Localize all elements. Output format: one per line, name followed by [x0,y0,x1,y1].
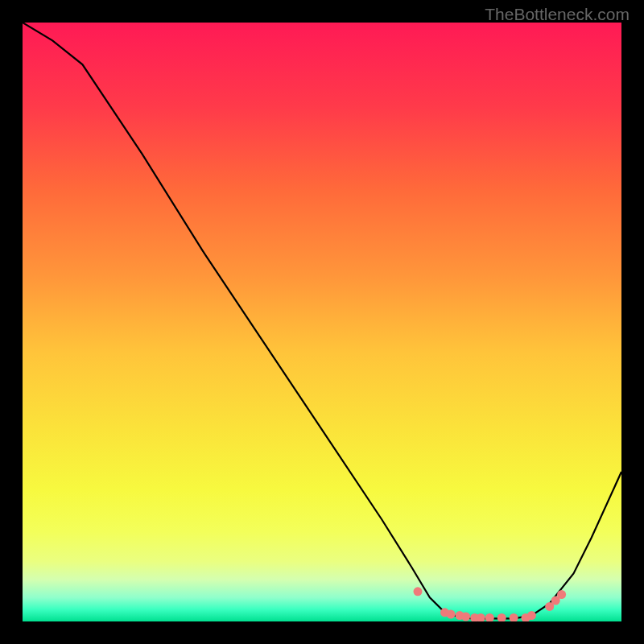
data-point [557,590,566,599]
curve-layer [23,23,621,621]
data-point [527,611,536,620]
data-point [485,613,494,621]
data-point [461,613,470,621]
data-point [497,613,506,621]
bottleneck-curve [23,23,621,618]
data-point [447,610,456,619]
data-point [414,587,423,596]
attribution-text: TheBottleneck.com [485,5,630,24]
data-point [510,613,518,621]
plot-area [23,23,621,621]
